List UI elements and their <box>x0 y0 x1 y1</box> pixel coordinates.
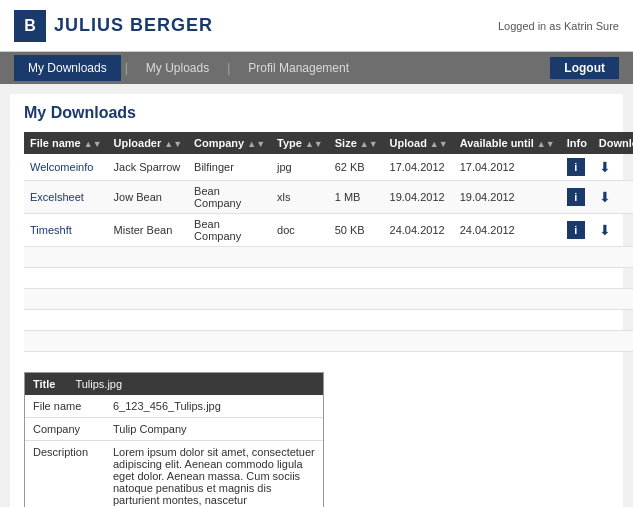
filename-link[interactable]: Excelsheet <box>30 191 84 203</box>
info-button[interactable]: i <box>567 158 585 176</box>
cell-uploader: Mister Bean <box>108 214 189 247</box>
detail-field-value: 6_123_456_Tulips.jpg <box>105 395 323 417</box>
cell-uploader: Jow Bean <box>108 181 189 214</box>
cell-info: i <box>561 154 593 181</box>
info-button[interactable]: i <box>567 221 585 239</box>
detail-header-value: Tulips.jpg <box>75 378 122 390</box>
col-available-until: Available until▲▼ <box>454 132 561 154</box>
detail-row: Company Tulip Company <box>25 418 323 441</box>
cell-info: i <box>561 214 593 247</box>
col-size: Size▲▼ <box>329 132 384 154</box>
cell-available-until: 24.04.2012 <box>454 214 561 247</box>
cell-info: i <box>561 181 593 214</box>
download-button[interactable]: ⬇ <box>599 222 611 238</box>
cell-upload: 24.04.2012 <box>384 214 454 247</box>
cell-available-until: 19.04.2012 <box>454 181 561 214</box>
nav-divider-1: | <box>121 61 132 75</box>
logo-box: B <box>14 10 46 42</box>
nav-item-my-downloads[interactable]: My Downloads <box>14 55 121 81</box>
cell-size: 62 KB <box>329 154 384 181</box>
detail-field-label: File name <box>25 395 105 417</box>
cell-company: Bean Company <box>188 181 271 214</box>
cell-download: ⬇ <box>593 181 633 214</box>
page-title: My Downloads <box>24 104 609 122</box>
detail-panel: Title Tulips.jpg File name 6_123_456_Tul… <box>24 372 324 507</box>
detail-field-value: Tulip Company <box>105 418 323 440</box>
detail-row: File name 6_123_456_Tulips.jpg <box>25 395 323 418</box>
cell-filename: Welcomeinfo <box>24 154 108 181</box>
nav-item-profil-management[interactable]: Profil Management <box>234 55 363 81</box>
table-row-empty <box>24 289 633 310</box>
cell-upload: 19.04.2012 <box>384 181 454 214</box>
table-row-empty <box>24 310 633 331</box>
col-type: Type▲▼ <box>271 132 329 154</box>
col-download: Download <box>593 132 633 154</box>
col-filename: File name▲▼ <box>24 132 108 154</box>
cell-upload: 17.04.2012 <box>384 154 454 181</box>
nav-item-my-uploads[interactable]: My Uploads <box>132 55 223 81</box>
logout-button[interactable]: Logout <box>550 57 619 79</box>
col-info: Info <box>561 132 593 154</box>
logo-text: JULIUS BERGER <box>54 15 213 36</box>
filename-link[interactable]: Welcomeinfo <box>30 161 93 173</box>
col-upload: Upload▲▼ <box>384 132 454 154</box>
cell-type: jpg <box>271 154 329 181</box>
detail-field-label: Company <box>25 418 105 440</box>
nav-left: My Downloads | My Uploads | Profil Manag… <box>14 55 363 81</box>
table-row-empty <box>24 268 633 289</box>
detail-fields: File name 6_123_456_Tulips.jpg Company T… <box>25 395 323 507</box>
file-table: File name▲▼ Uploader▲▼ Company▲▼ Type▲▼ … <box>24 132 633 352</box>
nav-bar: My Downloads | My Uploads | Profil Manag… <box>0 52 633 84</box>
info-button[interactable]: i <box>567 188 585 206</box>
table-row-empty <box>24 247 633 268</box>
filename-link[interactable]: Timeshft <box>30 224 72 236</box>
cell-company: Bean Company <box>188 214 271 247</box>
table-row: Welcomeinfo Jack Sparrow Bilfinger jpg 6… <box>24 154 633 181</box>
col-company: Company▲▼ <box>188 132 271 154</box>
cell-filename: Excelsheet <box>24 181 108 214</box>
logged-in-text: Logged in as Katrin Sure <box>498 20 619 32</box>
logo-letter: B <box>24 17 36 35</box>
cell-size: 50 KB <box>329 214 384 247</box>
cell-type: xls <box>271 181 329 214</box>
cell-uploader: Jack Sparrow <box>108 154 189 181</box>
cell-download: ⬇ <box>593 214 633 247</box>
table-row: Timeshft Mister Bean Bean Company doc 50… <box>24 214 633 247</box>
main-content: My Downloads File name▲▼ Uploader▲▼ Comp… <box>10 94 623 507</box>
cell-type: doc <box>271 214 329 247</box>
detail-panel-header: Title Tulips.jpg <box>25 373 323 395</box>
col-uploader: Uploader▲▼ <box>108 132 189 154</box>
cell-filename: Timeshft <box>24 214 108 247</box>
cell-download: ⬇ <box>593 154 633 181</box>
detail-field-label: Description <box>25 441 105 507</box>
nav-divider-2: | <box>223 61 234 75</box>
cell-available-until: 17.04.2012 <box>454 154 561 181</box>
cell-size: 1 MB <box>329 181 384 214</box>
header: B JULIUS BERGER Logged in as Katrin Sure <box>0 0 633 52</box>
table-row-empty <box>24 331 633 352</box>
detail-row: Description Lorem ipsum dolor sit amet, … <box>25 441 323 507</box>
logo: B JULIUS BERGER <box>14 10 213 42</box>
detail-field-value: Lorem ipsum dolor sit amet, consectetuer… <box>105 441 323 507</box>
download-button[interactable]: ⬇ <box>599 189 611 205</box>
detail-header-label: Title <box>33 378 55 390</box>
cell-company: Bilfinger <box>188 154 271 181</box>
table-row: Excelsheet Jow Bean Bean Company xls 1 M… <box>24 181 633 214</box>
download-button[interactable]: ⬇ <box>599 159 611 175</box>
